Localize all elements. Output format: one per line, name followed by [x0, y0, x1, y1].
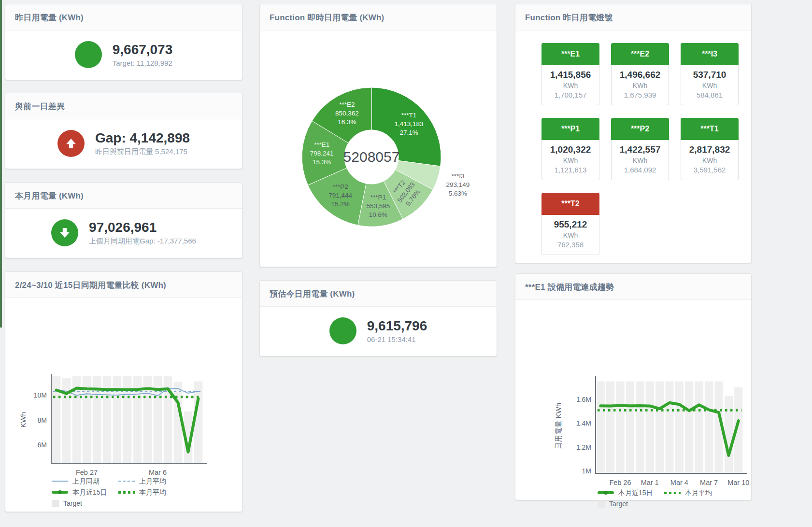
compare-line-chart: 6M8M10MFeb 27Mar 6KWh	[5, 371, 242, 481]
target-bar	[705, 381, 713, 473]
legend-item[interactable]: 上月同期	[52, 477, 118, 485]
status-circle-icon	[329, 317, 356, 344]
arrow-down-icon	[51, 219, 78, 246]
tile-device-label: ***I3	[681, 43, 739, 65]
tile-device-label: ***P1	[541, 118, 599, 140]
panel-title: 昨日用電量 (KWh)	[5, 4, 242, 30]
y-tick-label: 1.4M	[576, 419, 591, 427]
legend-label: 本月近15日	[618, 488, 653, 497]
panel-title: Function 昨日用電燈號	[515, 4, 751, 30]
target-bar	[636, 381, 644, 473]
target-bar	[194, 381, 203, 463]
legend-item[interactable]: 上月平均	[118, 477, 185, 485]
panel-title: ***E1 設備用電達成趨勢	[515, 274, 751, 300]
tile-value: 1,496,662	[613, 70, 668, 80]
tile-device-label: ***T2	[541, 193, 599, 215]
status-tile: ***P11,020,322KWh1,121,613	[541, 118, 599, 180]
legend-item[interactable]: 本月近15日	[598, 488, 664, 497]
panel-month-usage: 本月用電量 (KWh) 97,026,961 上個月同期用電Gap: -17,3…	[5, 182, 242, 258]
tile-value: 1,415,856	[543, 70, 598, 80]
status-tile: ***T12,817,832KWh3,591,562	[681, 118, 739, 180]
legend-item[interactable]: 本月近15日	[52, 488, 118, 497]
panel-title: 本月用電量 (KWh)	[5, 183, 242, 209]
stat-subtitle: 昨日與前日用電量 5,524,175	[95, 147, 190, 157]
legend-swatch-box-gray	[598, 500, 605, 508]
legend-swatch-dash-blue	[118, 481, 135, 482]
tile-body: 537,710KWh584,861	[681, 65, 739, 105]
panel-15day-compare-chart: 2/24~3/10 近15日同期用電量比較 (KWh) 6M8M10MFeb 2…	[5, 271, 242, 512]
legend-label: 本月平均	[139, 488, 166, 497]
y-axis-title: 日用電量 KWh	[554, 403, 562, 450]
x-tick-label: Mar 1	[641, 479, 659, 486]
tile-target-value: 1,121,613	[543, 166, 598, 174]
legend-label: 上月同期	[72, 477, 100, 485]
legend-swatch-thick-green	[52, 491, 68, 494]
arrow-up-icon	[57, 130, 85, 157]
stat-subtitle: 上個月同期用電Gap: -17,377,566	[89, 237, 196, 246]
tile-value: 2,817,832	[682, 144, 737, 155]
tile-value: 537,710	[682, 70, 737, 80]
panel-day-gap: 與前一日差異 Gap: 4,142,898 昨日與前日用電量 5,524,175	[5, 93, 242, 169]
tile-body: 1,415,856KWh1,700,157	[541, 65, 599, 105]
y-tick-label: 6M	[38, 441, 47, 449]
stat-value: 9,615,796	[367, 318, 427, 334]
target-bar	[606, 381, 614, 473]
tile-target-value: 1,700,157	[543, 91, 598, 99]
compare-chart-legend: 上月同期上月平均本月近15日本月平均Target	[52, 477, 185, 510]
tile-value: 1,422,557	[613, 144, 668, 155]
tile-value: 955,212	[543, 219, 598, 230]
y-tick-label: 1M	[582, 467, 591, 475]
panel-e1-trend-chart: ***E1 設備用電達成趨勢 1M1.2M1.4M1.6MFeb 26Mar 1…	[515, 273, 752, 500]
tile-unit: KWh	[543, 157, 598, 164]
legend-item[interactable]: Target	[598, 499, 664, 508]
e1-trend-chart-legend: 本月近15日本月平均Target	[598, 488, 731, 511]
status-tiles-grid: ***E11,415,856KWh1,700,157***E21,496,662…	[541, 43, 739, 255]
status-tile: ***T2955,212KWh762,358	[541, 193, 599, 255]
tile-target-value: 584,861	[682, 91, 737, 99]
status-tile: ***E11,415,856KWh1,700,157	[541, 43, 599, 105]
panel-yesterday-usage: 昨日用電量 (KWh) 9,667,073 Target: 11,128,992	[5, 4, 242, 80]
legend-swatch-line-blue	[52, 481, 68, 482]
target-bar	[616, 381, 624, 473]
legend-swatch-box-gray	[52, 500, 59, 507]
stat-timestamp: 06-21 15:34:41	[367, 335, 427, 343]
y-tick-label: 10M	[34, 391, 47, 399]
legend-item[interactable]: Target	[52, 499, 118, 508]
donut-center-total: 5208057	[343, 149, 400, 165]
legend-item[interactable]: 本月平均	[118, 488, 185, 497]
x-tick-label: Feb 27	[76, 469, 98, 476]
legend-label: 上月平均	[139, 477, 166, 485]
legend-swatch-dots-green	[118, 491, 135, 494]
tile-value: 1,020,322	[543, 144, 598, 155]
legend-item[interactable]: 本月平均	[664, 488, 731, 497]
realtime-donut-chart: ***T11,413,18327.1%***I3293,1495.63%***T…	[260, 31, 497, 267]
panel-realtime-donut: Function 即時日用電量 (KWh) ***T11,413,18327.1…	[259, 4, 497, 267]
stat-value: Gap: 4,142,898	[95, 130, 190, 146]
y-tick-label: 1.2M	[576, 443, 591, 451]
status-tile: ***E21,496,662KWh1,675,939	[611, 43, 669, 105]
panel-yesterday-lights: Function 昨日用電燈號 ***E11,415,856KWh1,700,1…	[515, 4, 752, 263]
tile-unit: KWh	[613, 82, 668, 89]
tile-target-value: 762,358	[543, 241, 598, 249]
x-tick-label: Mar 10	[727, 479, 749, 486]
target-bar	[655, 381, 664, 473]
tile-body: 2,817,832KWh3,591,562	[681, 140, 739, 180]
tile-device-label: ***P2	[611, 118, 669, 140]
tile-body: 1,422,557KWh1,684,092	[611, 140, 669, 180]
tile-unit: KWh	[682, 82, 737, 89]
tile-unit: KWh	[543, 231, 598, 239]
target-bar	[646, 381, 654, 473]
tile-body: 1,496,662KWh1,675,939	[611, 65, 669, 105]
legend-label: 本月平均	[685, 488, 712, 497]
target-bar	[597, 381, 605, 473]
target-bar	[665, 381, 673, 473]
y-axis-title: KWh	[19, 412, 27, 428]
e1-trend-line-chart: 1M1.2M1.4M1.6MFeb 26Mar 1Mar 4Mar 7Mar 1…	[515, 373, 752, 487]
target-bar	[695, 381, 703, 473]
target-bar	[725, 396, 733, 473]
tile-body: 955,212KWh762,358	[541, 215, 599, 255]
stat-subtitle: Target: 11,128,992	[113, 59, 173, 67]
panel-title: 與前一日差異	[5, 93, 242, 119]
x-tick-label: Mar 6	[149, 469, 167, 476]
y-tick-label: 8M	[38, 416, 47, 424]
